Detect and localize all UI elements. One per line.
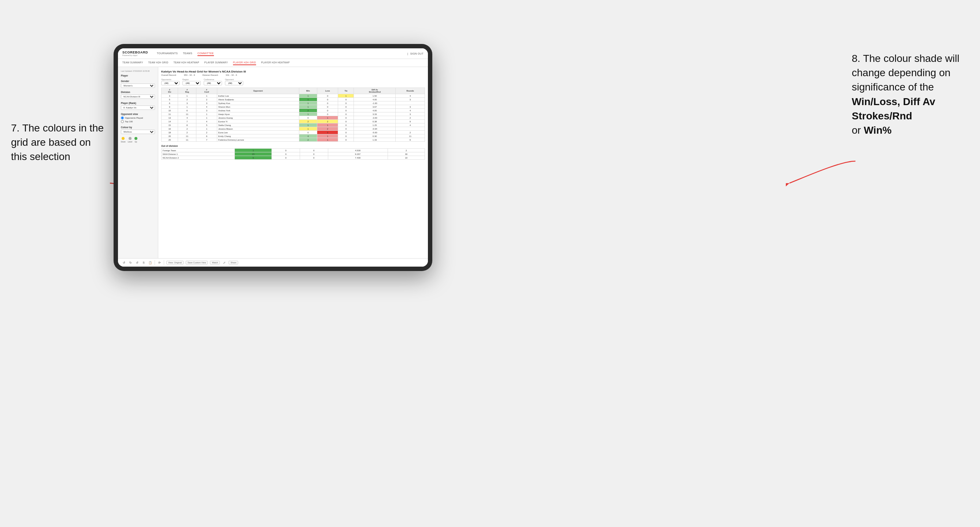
radio-opponents-played[interactable]: Opponents Played: [121, 116, 155, 119]
legend-level-dot: [129, 137, 132, 140]
logo-text: SCOREBOARD: [123, 51, 148, 54]
grid-area: Katelyn Vo Head-to-Head Grid for Women's…: [158, 67, 428, 258]
td-win: 1: [299, 127, 317, 131]
td-diff-av: 7.400: [328, 156, 388, 160]
td-reg: 11: [178, 134, 196, 138]
td-div: 13: [162, 116, 178, 120]
sign-out-link[interactable]: Sign out: [410, 52, 423, 56]
undo-icon[interactable]: ↺: [122, 260, 126, 265]
td-loss: 3: [317, 131, 338, 134]
td-reg: 8: [178, 124, 196, 127]
share-icon[interactable]: ⤢: [222, 260, 226, 265]
td-opponent: Andrea York: [217, 109, 299, 113]
sidebar-player-rank-section: Player (Rank) 8. Katelyn Vo: [121, 102, 155, 110]
td-rounds: 30: [388, 152, 425, 156]
td-rounds: 4: [396, 109, 425, 113]
filter-opponents: Opponents: (All): [161, 78, 180, 85]
filter-region: Region (All): [183, 78, 201, 85]
th-conf: #Conf: [196, 88, 217, 94]
legend-up: Up: [134, 137, 137, 143]
sidebar-player-rank-label: Player (Rank): [121, 102, 155, 105]
watch-btn[interactable]: Watch: [210, 261, 220, 264]
td-conf: 6: [196, 134, 217, 138]
copy-icon[interactable]: ⎘: [142, 260, 146, 265]
td-div: 6: [162, 102, 178, 105]
td-opponent: Eunice Yi: [217, 120, 299, 124]
td-tie: 0: [338, 138, 354, 142]
share-btn[interactable]: Share: [229, 261, 238, 264]
td-opponent: Federica Domecq Lacroze: [217, 138, 299, 142]
filter-conference-select[interactable]: (All): [204, 81, 222, 85]
nav-committee[interactable]: COMMITTEE: [197, 51, 214, 56]
th-diff-av: Diff AvStrokes/Rnd: [354, 88, 396, 94]
out-of-division-label: Out of division: [161, 144, 425, 147]
td-opponent: Stella Cheng: [217, 124, 299, 127]
refresh-icon[interactable]: ⟳: [157, 260, 162, 265]
td-reg: 1: [178, 105, 196, 109]
td-div: 9: [162, 105, 178, 109]
td-tie: 0: [300, 149, 328, 152]
filter-conference-label: Conference: [204, 78, 222, 81]
undo2-icon[interactable]: ↺: [135, 260, 139, 265]
td-conf: 1: [196, 116, 217, 120]
td-win: 0: [299, 131, 317, 134]
sidebar: Last Updated: 27/03/2024 16:55:38 Player…: [118, 67, 158, 258]
td-rounds: [396, 127, 425, 131]
td-diff-av: -3.00: [354, 116, 396, 120]
th-div: #Div: [162, 88, 178, 94]
annotation-winpct: Win%: [864, 124, 892, 136]
grid-title: Katelyn Vo Head-to-Head Grid for Women's…: [161, 70, 425, 73]
td-opponent: Emily Chang: [217, 134, 299, 138]
filter-opponent-select[interactable]: (All): [225, 81, 243, 85]
td-win: 0: [299, 116, 317, 120]
filter-opponents-select[interactable]: (All): [161, 81, 180, 85]
filter-region-select[interactable]: (All): [183, 81, 201, 85]
td-loss: 0: [272, 152, 300, 156]
sub-nav: TEAM SUMMARY TEAM H2H GRID TEAM H2H HEAT…: [118, 59, 428, 67]
td-conf: 1: [196, 127, 217, 131]
td-loss: 0: [272, 149, 300, 152]
th-loss: Loss: [317, 88, 338, 94]
table-row: 6 3 3 Sydney Kuo 1 0 0 -1.00: [162, 102, 425, 105]
sub-nav-player-h2h-grid[interactable]: PLAYER H2H GRID: [233, 60, 256, 65]
td-opponent: NAIA Division 1: [162, 152, 235, 156]
filter-conference: Conference (All): [204, 78, 222, 85]
player-rank-select[interactable]: 8. Katelyn Vo: [121, 105, 155, 110]
td-diff-av: 1.50: [354, 94, 396, 98]
td-conf: 1: [196, 113, 217, 116]
td-rounds: 3: [396, 98, 425, 102]
td-tie: 0: [338, 131, 354, 134]
td-loss: 0: [317, 105, 338, 109]
td-win: 2: [299, 138, 317, 142]
radio-top100[interactable]: Top 100: [121, 120, 155, 123]
td-rounds: 4: [396, 124, 425, 127]
main-content: Last Updated: 27/03/2024 16:55:38 Player…: [118, 67, 428, 258]
save-custom-view-btn[interactable]: Save Custom View: [186, 261, 208, 264]
sub-nav-team-summary[interactable]: TEAM SUMMARY: [123, 60, 143, 65]
nav-bar: SCOREBOARD Powered by clippd TOURNAMENTS…: [118, 48, 428, 59]
redo-icon[interactable]: ↻: [128, 260, 133, 265]
view-original-btn[interactable]: View: Original: [166, 261, 183, 264]
toolbar-separator: [164, 260, 164, 265]
arrow-right-icon: [786, 157, 859, 187]
division-select[interactable]: NCAA Division III: [121, 94, 155, 99]
colour-by-select[interactable]: Win/loss: [121, 130, 155, 134]
sub-nav-player-summary[interactable]: PLAYER SUMMARY: [204, 60, 228, 65]
sidebar-colour-by-label: Colour by: [121, 126, 155, 129]
td-rounds: 3: [396, 113, 425, 116]
sub-nav-player-h2h-heatmap[interactable]: PLAYER H2H HEATMAP: [261, 60, 290, 65]
annotation-left: 7. The colours in the grid are based on …: [11, 121, 106, 164]
last-updated: Last Updated: 27/03/2024 16:55:38: [121, 70, 155, 72]
sub-nav-team-h2h-grid[interactable]: TEAM H2H GRID: [148, 60, 169, 65]
filter-region-label: Region: [183, 78, 201, 81]
gender-select[interactable]: Women's: [121, 84, 155, 88]
sub-nav-team-h2h-heatmap[interactable]: TEAM H2H HEATMAP: [173, 60, 199, 65]
th-reg: #Reg: [178, 88, 196, 94]
paste-icon[interactable]: 📋: [148, 260, 153, 265]
td-reg: 6: [178, 109, 196, 113]
td-conf: 3: [196, 102, 217, 105]
nav-teams[interactable]: TEAMS: [183, 51, 192, 56]
nav-tournaments[interactable]: TOURNAMENTS: [157, 51, 178, 56]
legend-up-dot: [134, 137, 137, 140]
td-rounds: 4: [396, 94, 425, 98]
